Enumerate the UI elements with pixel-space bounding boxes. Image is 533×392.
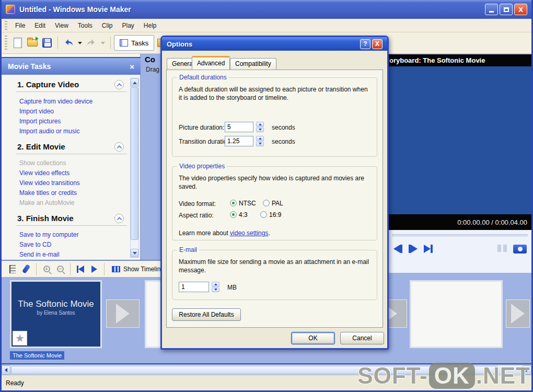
menu-play[interactable]: Play [118, 20, 139, 31]
movie-tasks-pane: Movie Tasks × 1. Capture Video Capture f… [2, 54, 141, 260]
radio-16-9-label[interactable]: 16:9 [269, 211, 281, 218]
seek-bar[interactable] [392, 234, 528, 236]
link-make-titles[interactable]: Make titles or credits [19, 189, 77, 197]
preview-monitor: oryboard: The Softonic Movie 0:00.00.00 … [387, 54, 531, 273]
movie-tasks-close-icon[interactable]: × [130, 62, 134, 71]
spin-up-button[interactable] [256, 136, 264, 141]
radio-16-9[interactable] [260, 211, 267, 218]
scrollbar-thumb[interactable] [131, 87, 138, 240]
new-project-button[interactable] [10, 36, 25, 50]
save-project-button[interactable] [40, 36, 54, 50]
spin-up-button[interactable] [212, 282, 219, 287]
narrate-timeline-button[interactable] [19, 263, 33, 275]
close-button[interactable]: X [514, 4, 527, 15]
minimize-button[interactable] [485, 4, 498, 15]
toolbar-separator [104, 263, 105, 275]
arrow-down-icon [259, 129, 262, 131]
picture-duration-field[interactable] [225, 122, 253, 132]
task-pane-scrollbar[interactable] [130, 78, 139, 258]
link-import-video[interactable]: Import video [19, 108, 54, 115]
link-view-video-effects[interactable]: View video effects [19, 169, 69, 177]
take-picture-button[interactable] [513, 245, 527, 253]
transition-duration-stepper[interactable] [256, 136, 264, 146]
link-import-audio[interactable]: Import audio or music [19, 128, 79, 135]
transition-cell[interactable] [506, 299, 530, 328]
dialog-close-button[interactable]: X [372, 39, 383, 49]
spin-down-button[interactable] [256, 142, 264, 147]
clip-title-text: The Softonic Movie [11, 298, 100, 310]
scroll-left-button[interactable] [2, 365, 10, 375]
window-titlebar: Untitled - Windows Movie Maker X [2, 0, 531, 19]
transition-duration-field[interactable] [225, 136, 253, 146]
scroll-down-button[interactable] [131, 249, 138, 257]
restore-defaults-button[interactable]: Restore All Defaults [172, 308, 241, 321]
video-settings-link[interactable]: video settings [230, 229, 268, 237]
menu-edit[interactable]: Edit [30, 20, 50, 31]
dialog-help-button[interactable]: ? [360, 39, 370, 49]
show-timeline-button[interactable]: Show Timeline [108, 264, 168, 274]
previous-frame-button[interactable] [393, 245, 402, 253]
learn-more-prefix: Learn more about [179, 229, 230, 237]
menu-help[interactable]: Help [139, 20, 161, 31]
undo-icon [63, 38, 74, 48]
spin-down-button[interactable] [256, 128, 264, 133]
menu-tools[interactable]: Tools [73, 20, 97, 31]
link-capture-from-device[interactable]: Capture from video device [19, 98, 92, 105]
radio-pal-label[interactable]: PAL [272, 200, 283, 207]
toolbar-grip-handle[interactable] [5, 36, 7, 50]
ok-button[interactable]: OK [291, 332, 335, 344]
spin-down-button[interactable] [212, 287, 219, 293]
radio-ntsc-label[interactable]: NTSC [239, 200, 256, 207]
menu-clip[interactable]: Clip [97, 20, 118, 31]
radio-4-3-label[interactable]: 4:3 [239, 211, 248, 218]
menu-file[interactable]: File [10, 20, 30, 31]
transition-cell[interactable] [106, 299, 140, 328]
clip-label-selected[interactable]: The Softonic Movie [10, 351, 64, 360]
play-button[interactable] [409, 245, 418, 253]
spin-up-button[interactable] [256, 122, 264, 127]
timeline-icon [112, 266, 120, 272]
tasks-toggle-button[interactable]: Tasks [114, 35, 154, 51]
radio-pal[interactable] [263, 200, 270, 206]
menu-view[interactable]: View [50, 20, 73, 31]
scroll-up-button[interactable] [131, 78, 138, 87]
collapse-finish-button[interactable] [114, 214, 124, 223]
link-send-in-email[interactable]: Send in e-mail [19, 251, 60, 258]
section-edit-movie[interactable]: 2. Edit Movie [17, 142, 65, 151]
play-storyboard-button[interactable] [87, 263, 101, 275]
undo-button[interactable] [61, 36, 76, 50]
zoom-in-button: + [40, 263, 53, 275]
undo-dropdown-caret[interactable] [78, 42, 82, 44]
arrow-down-icon [214, 289, 217, 291]
max-file-size-field[interactable] [179, 282, 209, 292]
max-file-size-stepper[interactable] [212, 282, 219, 292]
collapse-edit-button[interactable] [114, 142, 124, 152]
link-import-pictures[interactable]: Import pictures [19, 118, 61, 125]
cancel-button[interactable]: Cancel [340, 332, 384, 344]
dialog-titlebar[interactable]: Options ? X [162, 37, 387, 51]
tab-compatibility[interactable]: Compatibility [230, 58, 276, 70]
section-divider [16, 225, 127, 226]
picture-duration-stepper[interactable] [256, 122, 264, 132]
video-effect-star-icon[interactable]: ★ [13, 331, 27, 345]
microphone-icon [22, 264, 30, 274]
tab-advanced[interactable]: Advanced [192, 56, 230, 70]
menu-grip-handle[interactable] [5, 21, 7, 30]
section-finish-movie[interactable]: 3. Finish Movie [17, 214, 74, 223]
transition-duration-unit: seconds [272, 137, 295, 146]
storyboard-clip-title[interactable]: The Softonic Movie by Elena Santos ★ [10, 280, 102, 348]
link-view-video-transitions[interactable]: View video transitions [19, 179, 80, 187]
rewind-storyboard-button[interactable] [74, 263, 87, 275]
radio-ntsc[interactable] [230, 200, 237, 206]
link-save-to-computer[interactable]: Save to my computer [19, 231, 78, 238]
empty-clip-cell[interactable] [410, 280, 503, 348]
next-frame-button[interactable] [424, 245, 433, 253]
collapse-capture-button[interactable] [114, 80, 124, 89]
set-audio-levels-button[interactable] [6, 263, 19, 275]
link-save-to-cd[interactable]: Save to CD [19, 241, 51, 248]
maximize-button[interactable] [500, 4, 513, 15]
radio-4-3[interactable] [230, 211, 237, 218]
redo-button[interactable] [84, 36, 99, 50]
section-capture-video[interactable]: 1. Capture Video [17, 80, 79, 89]
open-project-button[interactable] [25, 36, 40, 50]
